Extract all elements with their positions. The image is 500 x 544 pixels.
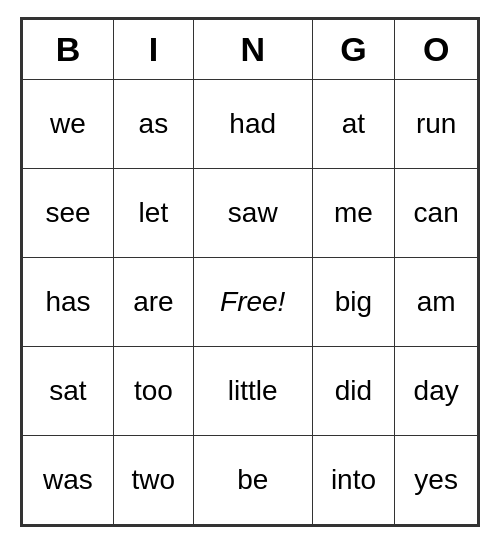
cell-r3-c1: too: [113, 347, 193, 436]
cell-r2-c2: Free!: [193, 258, 312, 347]
cell-r2-c0: has: [23, 258, 114, 347]
header-cell-g: G: [312, 20, 395, 80]
table-row: wastwobeintoyes: [23, 436, 478, 525]
cell-r4-c3: into: [312, 436, 395, 525]
cell-r1-c4: can: [395, 169, 478, 258]
cell-r1-c2: saw: [193, 169, 312, 258]
cell-r2-c4: am: [395, 258, 478, 347]
cell-r0-c0: we: [23, 80, 114, 169]
cell-r4-c0: was: [23, 436, 114, 525]
table-row: weashadatrun: [23, 80, 478, 169]
cell-r0-c4: run: [395, 80, 478, 169]
cell-r2-c1: are: [113, 258, 193, 347]
cell-r3-c0: sat: [23, 347, 114, 436]
cell-r4-c1: two: [113, 436, 193, 525]
table-row: seeletsawmecan: [23, 169, 478, 258]
cell-r0-c3: at: [312, 80, 395, 169]
bingo-body: weashadatrunseeletsawmecanhasareFree!big…: [23, 80, 478, 525]
table-row: sattoolittledidday: [23, 347, 478, 436]
bingo-table: BINGO weashadatrunseeletsawmecanhasareFr…: [22, 19, 478, 525]
header-cell-o: O: [395, 20, 478, 80]
header-cell-n: N: [193, 20, 312, 80]
header-cell-i: I: [113, 20, 193, 80]
cell-r2-c3: big: [312, 258, 395, 347]
cell-r4-c4: yes: [395, 436, 478, 525]
cell-r4-c2: be: [193, 436, 312, 525]
cell-r1-c0: see: [23, 169, 114, 258]
cell-r0-c1: as: [113, 80, 193, 169]
cell-r3-c2: little: [193, 347, 312, 436]
cell-r1-c3: me: [312, 169, 395, 258]
table-row: hasareFree!bigam: [23, 258, 478, 347]
cell-r0-c2: had: [193, 80, 312, 169]
header-row: BINGO: [23, 20, 478, 80]
cell-r3-c3: did: [312, 347, 395, 436]
cell-r3-c4: day: [395, 347, 478, 436]
header-cell-b: B: [23, 20, 114, 80]
cell-r1-c1: let: [113, 169, 193, 258]
bingo-card: BINGO weashadatrunseeletsawmecanhasareFr…: [20, 17, 480, 527]
